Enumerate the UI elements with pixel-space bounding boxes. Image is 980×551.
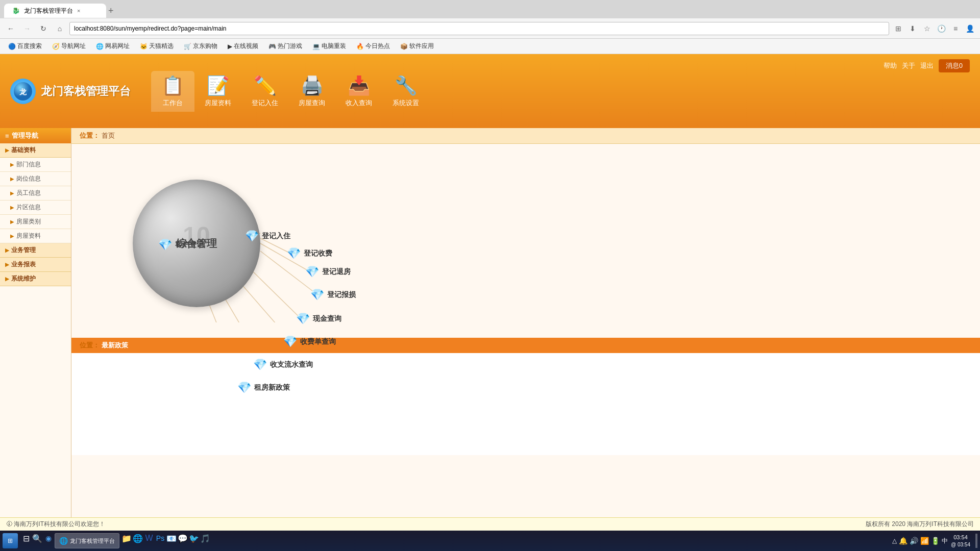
tray-icon-battery[interactable]: 🔋 (931, 537, 940, 545)
dashboard: 10 综合管理 💎 客户登记 💎 登记入住 💎 登记收费 (71, 144, 980, 338)
gem-customer-register: 💎 (158, 238, 172, 252)
start-button[interactable]: ⊞ (3, 533, 18, 548)
app-header: 龙 龙门客栈管理平台 📋 工作台 📝 房屋资料 ✏️ 登记入住 🖨️ 房屋查询 … (0, 54, 980, 128)
workbench-icon: 📋 (161, 75, 184, 96)
bookmark-game[interactable]: 🎮热门游戏 (264, 41, 306, 52)
sidebar-group-basic[interactable]: ▶ 基础资料 (0, 143, 71, 158)
news-section-bar: 位置： 最新政策 (71, 338, 980, 353)
bookmark-jd[interactable]: 🛒京东购物 (180, 41, 222, 52)
address-bar[interactable] (69, 22, 889, 35)
nav-room-data-label: 房屋资料 (205, 98, 231, 108)
node-checkin[interactable]: 💎 登记入住 (245, 230, 290, 243)
sidebar-group-business[interactable]: ▶ 业务管理 (0, 243, 71, 258)
bookmark-wangyi[interactable]: 🌐网易网址 (92, 41, 134, 52)
tab-close-button[interactable]: × (77, 8, 80, 14)
node-policy[interactable]: 💎 租房新政策 (237, 381, 290, 394)
settings-icon: 🔧 (395, 75, 418, 96)
node-damage[interactable]: 💎 登记报损 (310, 288, 356, 302)
bookmark-video[interactable]: ▶在线视频 (224, 41, 262, 52)
taskbar-clock[interactable]: 03:54 @ 03:54 (951, 534, 970, 547)
taskbar-icon-cortana[interactable]: ◉ (43, 533, 54, 543)
svg-text:龙: 龙 (19, 88, 27, 96)
bookmark-nav[interactable]: 🧭导航网址 (48, 41, 90, 52)
sidebar-item-room-type[interactable]: ▶ 房屋类别 (0, 215, 71, 229)
history-button[interactable]: 🕐 (935, 22, 947, 35)
taskbar-icon-photoshop[interactable]: Ps (155, 533, 165, 543)
gem-checkout: 💎 (305, 265, 319, 279)
tray-icon-3[interactable]: 📶 (920, 537, 929, 545)
status-notice-bar: 🛈 海南万列IT科技有限公司欢迎您！ 版权所有 2020 海南万列IT科技有限公… (0, 517, 980, 531)
sidebar-item-dept[interactable]: ▶ 部门信息 (0, 158, 71, 172)
about-link[interactable]: 关于 (902, 61, 915, 70)
taskbar-icon-app5[interactable]: 🎵 (200, 533, 210, 543)
node-cash[interactable]: 💎 现金查询 (296, 312, 341, 325)
node-fee[interactable]: 💎 登记收费 (287, 247, 332, 260)
message-button[interactable]: 消息0 (939, 59, 970, 72)
profile-button[interactable]: 👤 (964, 22, 976, 35)
bookmark-tianmao[interactable]: 🐱天猫精选 (136, 41, 178, 52)
tray-icon-lang[interactable]: 中 (942, 537, 948, 545)
bookmark-pc[interactable]: 💻电脑重装 (308, 41, 350, 52)
tab-bar: 🐉 龙门客栈管理平台 × + (0, 0, 980, 18)
bookmark-hot[interactable]: 🔥今日热点 (352, 41, 394, 52)
status-notice-text: 🛈 海南万列IT科技有限公司欢迎您！ (6, 520, 105, 529)
room-data-icon: 📝 (207, 75, 230, 96)
nav-workbench[interactable]: 📋 工作台 (151, 71, 194, 112)
forward-button[interactable]: → (20, 22, 34, 35)
settings-button[interactable]: ≡ (949, 22, 962, 35)
app-title: 龙门客栈管理平台 (41, 84, 131, 99)
taskbar-icon-edge[interactable]: 🌐 (133, 533, 143, 543)
node-cashflow[interactable]: 💎 收支流水查询 (253, 358, 313, 371)
home-button[interactable]: ⌂ (53, 22, 66, 35)
taskbar-icon-app3[interactable]: 💬 (178, 533, 188, 543)
download-button[interactable]: ⬇ (906, 22, 919, 35)
sidebar-group-business-label: 业务管理 (11, 246, 36, 255)
bookmark-software[interactable]: 📦软件应用 (396, 41, 438, 52)
show-desktop-button[interactable] (975, 534, 977, 548)
tray-icon-up[interactable]: △ (892, 537, 897, 544)
status-copyright: 版权所有 2020 海南万列IT科技有限公司 (866, 520, 974, 529)
breadcrumb-current: 首页 (102, 131, 115, 140)
back-button[interactable]: ← (4, 22, 17, 35)
new-tab-button[interactable]: + (108, 6, 114, 16)
sidebar-group-report[interactable]: ▶ 业务报表 (0, 258, 71, 272)
taskbar-icon-app4[interactable]: 🐦 (189, 533, 199, 543)
node-checkout[interactable]: 💎 登记退房 (305, 265, 351, 279)
taskbar-icon-search[interactable]: 🔍 (32, 533, 42, 543)
breadcrumb-label: 位置： (80, 131, 100, 140)
gem-fee: 💎 (287, 247, 301, 260)
taskbar-browser-item[interactable]: 🌐 龙门客栈管理平台 (55, 533, 119, 548)
extensions-button[interactable]: ⊞ (892, 22, 904, 35)
gem-cashflow: 💎 (253, 358, 267, 371)
nav-checkin[interactable]: ✏️ 登记入住 (241, 71, 288, 112)
bookmark-button[interactable]: ☆ (921, 22, 933, 35)
nav-room-query[interactable]: 🖨️ 房屋查询 (288, 71, 335, 112)
logout-link[interactable]: 退出 (920, 61, 934, 70)
sidebar-group-system[interactable]: ▶ 系统维护 (0, 272, 71, 286)
sidebar: ≡ 管理导航 ▶ 基础资料 ▶ 部门信息 ▶ 岗位信息 ▶ 员工信息 ▶ 片区信… (0, 128, 71, 551)
nav-income[interactable]: 📥 收入查询 (335, 71, 382, 112)
tray-icon-2[interactable]: 🔊 (910, 537, 918, 545)
sidebar-item-position[interactable]: ▶ 岗位信息 (0, 172, 71, 186)
gem-receipt: 💎 (283, 335, 297, 348)
taskbar-time: 03:54 (951, 534, 970, 541)
sidebar-item-employee[interactable]: ▶ 员工信息 (0, 186, 71, 201)
center-circle: 10 综合管理 (133, 180, 260, 307)
news-breadcrumb-current: 最新政策 (102, 341, 128, 350)
refresh-button[interactable]: ↻ (37, 22, 50, 35)
taskbar-icon-1[interactable]: ⊟ (21, 533, 31, 543)
sidebar-item-room-data[interactable]: ▶ 房屋资料 (0, 229, 71, 243)
taskbar-icon-word[interactable]: W (144, 533, 154, 543)
tray-icon-1[interactable]: 🔔 (899, 537, 908, 545)
nav-settings[interactable]: 🔧 系统设置 (382, 71, 429, 112)
header-right: 帮助 关于 退出 消息0 (873, 54, 980, 78)
help-link[interactable]: 帮助 (884, 61, 897, 70)
active-tab[interactable]: 🐉 龙门客栈管理平台 × (4, 4, 106, 18)
bookmark-baidu[interactable]: 🔵百度搜索 (4, 41, 46, 52)
header-nav: 📋 工作台 📝 房屋资料 ✏️ 登记入住 🖨️ 房屋查询 📥 收入查询 🔧 系统… (151, 71, 429, 112)
taskbar-icon-app2[interactable]: 📧 (166, 533, 177, 543)
taskbar-icon-folder[interactable]: 📁 (121, 533, 132, 543)
sidebar-item-area[interactable]: ▶ 片区信息 (0, 201, 71, 215)
nav-room-data[interactable]: 📝 房屋资料 (194, 71, 241, 112)
node-receipt[interactable]: 💎 收费单查询 (283, 335, 336, 348)
